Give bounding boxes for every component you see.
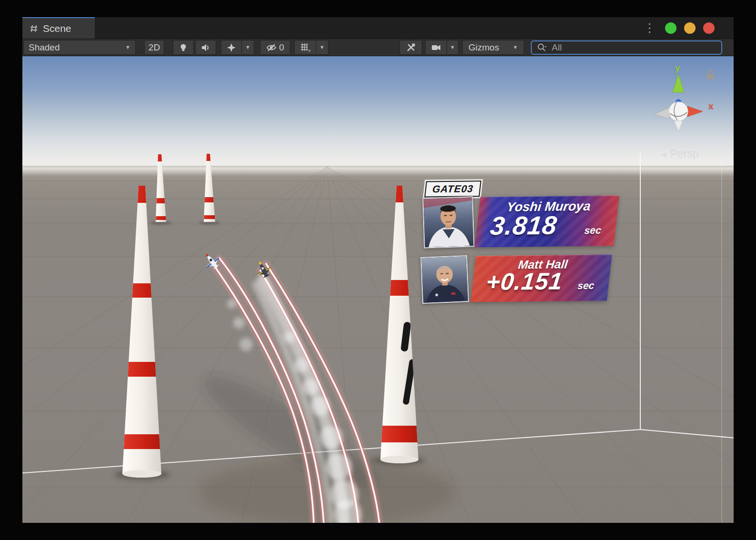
hidden-objects-count: 0: [279, 42, 284, 53]
pilot-photo-matt: [420, 255, 469, 304]
grid-dropdown-button[interactable]: ▼: [316, 40, 328, 55]
pilot-time: +0.151: [485, 269, 564, 294]
draw-mode-dropdown[interactable]: Shaded ▼: [23, 40, 136, 55]
unity-scene-window: Scene ⋮ Shaded ▼ 2D: [22, 17, 734, 523]
chevron-down-icon: ▼: [450, 45, 455, 50]
effects-toggle-button[interactable]: [221, 40, 242, 55]
perspective-toggle[interactable]: ◀ Persp: [661, 148, 699, 160]
svg-text:Y: Y: [308, 49, 311, 53]
gizmos-label: Gizmos: [468, 42, 499, 53]
scene-viewport[interactable]: GATE03: [22, 56, 734, 523]
gate-badge: GATE03: [424, 180, 481, 197]
pylon-left[interactable]: [118, 186, 170, 478]
axis-y-label: y: [675, 63, 680, 73]
camera-control: ▼: [425, 40, 458, 55]
axis-x-cone[interactable]: [687, 106, 703, 117]
traffic-light-green[interactable]: [665, 22, 676, 34]
tab-scene[interactable]: Scene: [22, 17, 95, 39]
screenshot-root: { "window": { "tab_label": "Scene" }, "t…: [0, 0, 756, 540]
lightbulb-icon: [178, 42, 189, 53]
axis-x-negative-cone[interactable]: [654, 108, 669, 119]
pilot-time-unit: sec: [577, 280, 595, 291]
persp-label: Persp: [670, 148, 699, 160]
lock-icon[interactable]: [705, 69, 716, 81]
gizmo-center-sphere[interactable]: [669, 102, 688, 121]
tools-icon: [406, 42, 416, 53]
search-input[interactable]: [551, 42, 694, 53]
window-menu-icon[interactable]: ⋮: [644, 22, 656, 34]
grid-visibility-control: Y ▼: [294, 40, 328, 55]
scene-grid-icon: [29, 24, 39, 33]
chevron-down-icon: ▼: [513, 45, 518, 50]
pilot-name: Yoshi Muroya: [478, 199, 619, 215]
pilot-card-matt: Matt Hall +0.151 sec: [471, 254, 612, 302]
tab-scene-label: Scene: [43, 23, 71, 34]
gizmos-dropdown[interactable]: Gizmos ▼: [462, 40, 524, 55]
pilot-portrait-icon: [421, 256, 468, 303]
scene-search-field: [531, 40, 722, 55]
effects-control: ▼: [221, 40, 254, 55]
search-icon[interactable]: [537, 42, 547, 53]
pilot-photo-yoshi: [422, 196, 474, 248]
hidden-objects-button[interactable]: 0: [260, 40, 290, 55]
pylon-right[interactable]: [375, 186, 427, 463]
scene-audio-button[interactable]: [195, 40, 216, 55]
tab-bar: Scene ⋮: [22, 17, 734, 39]
component-tools-button[interactable]: [399, 40, 422, 55]
grid-snap-icon: Y: [299, 42, 311, 53]
window-controls: ⋮: [644, 17, 734, 39]
pilot-card-yoshi: Yoshi Muroya 3.818 sec: [475, 195, 619, 247]
traffic-light-red[interactable]: [703, 22, 715, 34]
traffic-light-yellow[interactable]: [684, 22, 696, 34]
scene-lighting-button[interactable]: [173, 40, 194, 55]
effects-icon: [226, 42, 237, 53]
camera-icon: [431, 42, 441, 53]
pilot-time: 3.818: [489, 212, 558, 239]
speaker-icon: [200, 42, 211, 53]
chevron-down-icon: ▼: [319, 45, 325, 50]
pylon-far-right[interactable]: [199, 154, 221, 222]
camera-button[interactable]: [425, 40, 447, 55]
axis-x-label: x: [708, 101, 714, 111]
mode-2d-button[interactable]: 2D: [144, 40, 164, 55]
pilot-time-unit: sec: [584, 225, 602, 236]
mode-2d-label: 2D: [149, 42, 160, 53]
pylon-far-left[interactable]: [151, 154, 172, 222]
orientation-gizmo: [638, 64, 733, 142]
eye-slash-icon: [266, 42, 277, 53]
effects-dropdown-button[interactable]: ▼: [242, 40, 254, 55]
chevron-down-icon: ▼: [245, 45, 250, 50]
axis-y-cone[interactable]: [673, 74, 684, 92]
chevron-down-icon: ▼: [125, 45, 130, 50]
race-hud[interactable]: GATE03: [423, 179, 648, 362]
pilot-name: Matt Hall: [474, 257, 612, 272]
axis-y-negative-cone[interactable]: [674, 121, 683, 131]
draw-mode-label: Shaded: [29, 42, 60, 53]
pilot-portrait-icon: [423, 197, 473, 247]
persp-arrow-icon: ◀: [661, 150, 666, 158]
grid-visibility-button[interactable]: Y: [294, 40, 316, 55]
camera-dropdown-button[interactable]: ▼: [447, 40, 458, 55]
scene-toolbar: Shaded ▼ 2D ▼: [22, 39, 734, 56]
